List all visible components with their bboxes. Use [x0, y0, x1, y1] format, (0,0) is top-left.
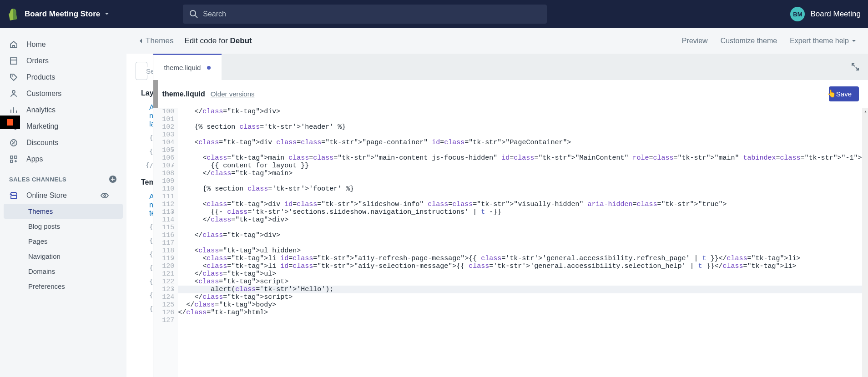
- eye-icon[interactable]: [100, 191, 109, 200]
- editor-tab-theme-liquid[interactable]: theme.liquid: [153, 54, 222, 80]
- page-header: Themes Edit code for Debut Preview Custo…: [126, 28, 868, 54]
- editor-scrollbar[interactable]: ▴: [862, 108, 868, 377]
- orders-icon: [9, 56, 18, 65]
- add-channel-icon[interactable]: [108, 175, 117, 184]
- customize-theme-link[interactable]: Customize theme: [721, 37, 777, 45]
- content-area: Themes Edit code for Debut Preview Custo…: [126, 28, 868, 377]
- page-title: Edit code for Debut: [184, 36, 252, 45]
- back-to-themes[interactable]: Themes: [138, 36, 173, 45]
- file-search-input[interactable]: [146, 67, 153, 75]
- expand-editor-button[interactable]: [843, 54, 868, 80]
- file-404[interactable]: {/}404.liquid: [136, 220, 149, 234]
- expand-icon: [851, 62, 860, 71]
- file-customers-account[interactable]: {/}customers/account.liquid: [136, 288, 149, 302]
- chevron-left-icon: [138, 38, 144, 44]
- expert-help-dropdown[interactable]: Expert theme help: [790, 37, 856, 45]
- svg-rect-8: [10, 156, 13, 158]
- svg-rect-2: [10, 58, 17, 64]
- file-customers-activate[interactable]: {/}customers/activate_account.liq: [136, 302, 149, 316]
- file-cart[interactable]: {/}cart.liquid: [136, 261, 149, 275]
- analytics-icon: [9, 106, 18, 115]
- svg-point-4: [12, 90, 15, 93]
- search-input[interactable]: [203, 10, 540, 18]
- sales-channels-heading: SALES CHANNELS: [0, 167, 126, 187]
- add-template[interactable]: Add a new template: [136, 190, 149, 220]
- username: Board Meeting: [810, 10, 861, 19]
- tag-icon: [9, 73, 18, 82]
- apps-icon: [9, 155, 18, 164]
- nav-products[interactable]: Products: [0, 69, 126, 85]
- person-icon: [9, 89, 18, 98]
- file-search[interactable]: [136, 62, 147, 80]
- preview-link[interactable]: Preview: [682, 37, 708, 45]
- svg-rect-10: [10, 160, 13, 162]
- file-info-row: theme.liquid Older versions 👆 Save: [153, 80, 868, 108]
- nav-discounts[interactable]: Discounts: [0, 135, 126, 151]
- caret-down-icon: [852, 39, 856, 43]
- nav-customers[interactable]: Customers: [0, 85, 126, 102]
- save-button[interactable]: 👆 Save: [829, 86, 859, 101]
- current-file-name: theme.liquid: [162, 90, 205, 98]
- cursor-icon: 👆: [827, 89, 836, 98]
- file-blog[interactable]: {/}blog.liquid: [136, 247, 149, 261]
- global-search[interactable]: [183, 5, 547, 24]
- shopify-logo-icon: [7, 8, 18, 20]
- file-collection[interactable]: {/}collection.liquid: [136, 275, 149, 288]
- code-lines[interactable]: </class="tk-tag">div> {% section class='…: [178, 108, 862, 377]
- file-password[interactable]: {/}password.liquid: [136, 145, 149, 158]
- subnav-domains[interactable]: Domains: [0, 264, 126, 279]
- main-sidebar: Home Orders Products Customers Analytics…: [0, 28, 126, 377]
- file-article[interactable]: {/}article.liquid: [136, 234, 149, 247]
- discount-icon: [9, 138, 18, 147]
- nav-home[interactable]: Home: [0, 36, 126, 53]
- svg-point-7: [15, 144, 15, 145]
- nav-online-store[interactable]: Online Store: [0, 187, 126, 204]
- store-icon: [9, 191, 18, 200]
- avatar: BM: [790, 7, 805, 21]
- home-icon: [9, 40, 18, 49]
- chevron-down-icon[interactable]: [104, 11, 110, 17]
- svg-point-0: [190, 10, 196, 16]
- search-icon: [189, 10, 198, 19]
- add-layout[interactable]: Add a new layout: [136, 101, 149, 131]
- subnav-blog-posts[interactable]: Blog posts: [0, 219, 126, 234]
- folder-templates[interactable]: Templates: [136, 178, 144, 186]
- svg-line-1: [195, 15, 197, 18]
- user-menu[interactable]: BM Board Meeting: [790, 7, 861, 21]
- code-editor[interactable]: 100101102103104 ▾105106 ▾107108109110111…: [153, 108, 868, 377]
- editor-tabs: theme.liquid: [153, 54, 868, 80]
- line-gutter: 100101102103104 ▾105106 ▾107108109110111…: [153, 108, 178, 377]
- nav-orders[interactable]: Orders: [0, 53, 126, 69]
- svg-rect-9: [15, 156, 17, 158]
- folder-layout[interactable]: Layout: [136, 89, 144, 97]
- file-theme-liquid[interactable]: {/}theme.liquid: [136, 158, 149, 172]
- file-tree-panel: Layout Add a new layout {/}gift_card.liq…: [126, 54, 153, 377]
- svg-point-3: [12, 75, 13, 77]
- topbar: Board Meeting Store BM Board Meeting: [0, 0, 868, 28]
- subnav-navigation[interactable]: Navigation: [0, 249, 126, 264]
- file-gift-card[interactable]: {/}gift_card.liquid: [136, 131, 149, 145]
- svg-point-6: [12, 141, 13, 142]
- svg-point-12: [104, 195, 106, 196]
- recording-indicator: [0, 116, 20, 129]
- store-name[interactable]: Board Meeting Store: [25, 10, 100, 19]
- nav-apps[interactable]: Apps: [0, 151, 126, 167]
- subnav-preferences[interactable]: Preferences: [0, 279, 126, 294]
- code-editor-area: theme.liquid theme.liquid Older versions…: [153, 54, 868, 377]
- older-versions-link[interactable]: Older versions: [211, 90, 255, 98]
- subnav-themes[interactable]: Themes: [4, 204, 123, 219]
- subnav-pages[interactable]: Pages: [0, 234, 126, 249]
- unsaved-indicator: [207, 66, 211, 70]
